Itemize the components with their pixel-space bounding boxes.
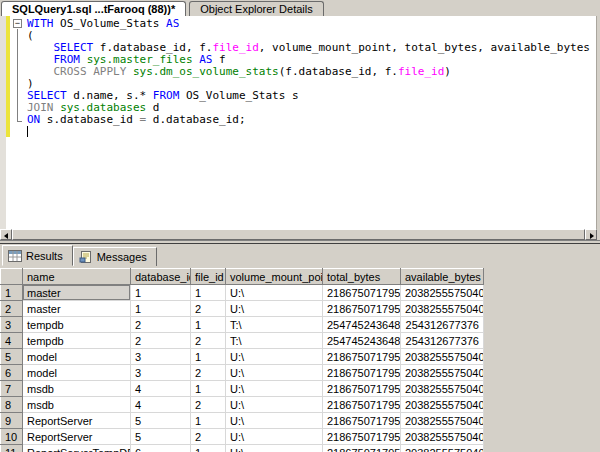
grid-cell[interactable]: 2186750717952 — [323, 349, 401, 365]
grid-cell[interactable]: tempdb — [23, 333, 131, 349]
grid-cell[interactable]: 2 — [191, 429, 226, 445]
grid-cell[interactable]: 2186750717952 — [323, 365, 401, 381]
grid-cell[interactable]: 1 — [191, 349, 226, 365]
column-header-volume_mount_point[interactable]: volume_mount_point — [226, 269, 323, 285]
grid-cell[interactable]: U:\ — [226, 301, 323, 317]
grid-cell[interactable]: 2038255575040 — [401, 349, 484, 365]
grid-cell[interactable]: tempdb — [23, 317, 131, 333]
row-header[interactable]: 9 — [1, 413, 23, 429]
grid-cell[interactable]: U:\ — [226, 445, 323, 452]
grid-cell[interactable]: ReportServer — [23, 413, 131, 429]
row-header[interactable]: 1 — [1, 285, 23, 301]
grid-cell[interactable]: 2038255575040 — [401, 285, 484, 301]
grid-cell[interactable]: 2038255575040 — [401, 429, 484, 445]
grid-cell[interactable]: 254745243648 — [323, 317, 401, 333]
sql-code[interactable]: −WITH OS_Volume_Stats AS( SELECT f.datab… — [10, 18, 596, 138]
column-header-available_bytes[interactable]: available_bytes — [401, 269, 484, 285]
tab-results[interactable]: Results — [2, 245, 73, 266]
grid-cell[interactable]: 2 — [131, 317, 191, 333]
grid-cell[interactable]: U:\ — [226, 285, 323, 301]
grid-cell[interactable]: 2038255575040 — [401, 365, 484, 381]
grid-cell[interactable]: master — [23, 285, 131, 301]
row-header[interactable]: 7 — [1, 381, 23, 397]
code-line[interactable]: ON s.database_id = d.database_id; — [10, 114, 596, 126]
grid-cell[interactable]: 254312677376 — [401, 317, 484, 333]
grid-cell[interactable]: 2 — [191, 333, 226, 349]
grid-cell[interactable]: 4 — [131, 381, 191, 397]
grid-cell[interactable]: 1 — [191, 381, 226, 397]
scrollbar-thumb[interactable] — [12, 229, 585, 240]
grid-cell[interactable]: 1 — [191, 445, 226, 452]
grid-cell[interactable]: 2038255575040 — [401, 397, 484, 413]
scroll-left-button[interactable] — [0, 229, 12, 240]
tab-sqlquery1[interactable]: SQLQuery1.sql ...tFarooq (88))* — [1, 1, 186, 16]
tab-object-explorer-details[interactable]: Object Explorer Details — [189, 1, 324, 16]
column-header-total_bytes[interactable]: total_bytes — [323, 269, 401, 285]
grid-cell[interactable]: 1 — [191, 285, 226, 301]
grid-cell[interactable]: 2 — [191, 397, 226, 413]
row-header[interactable]: 6 — [1, 365, 23, 381]
column-header-file_id[interactable]: file_id — [191, 269, 226, 285]
results-grid[interactable]: namedatabase_idfile_idvolume_mount_point… — [0, 268, 484, 452]
row-header[interactable]: 2 — [1, 301, 23, 317]
grid-cell[interactable]: 1 — [191, 317, 226, 333]
grid-cell[interactable]: U:\ — [226, 397, 323, 413]
code-line[interactable]: −WITH OS_Volume_Stats AS — [10, 18, 596, 30]
grid-cell[interactable]: 2 — [191, 365, 226, 381]
row-header[interactable]: 8 — [1, 397, 23, 413]
row-header[interactable]: 11 — [1, 445, 23, 452]
grid-cell[interactable]: U:\ — [226, 413, 323, 429]
scroll-right-button[interactable] — [585, 229, 597, 240]
grid-cell[interactable]: 5 — [131, 429, 191, 445]
grid-cell[interactable]: ReportServerTempDB — [23, 445, 131, 452]
grid-cell[interactable]: 5 — [131, 413, 191, 429]
grid-cell[interactable]: 254312677376 — [401, 333, 484, 349]
row-header[interactable]: 4 — [1, 333, 23, 349]
grid-cell[interactable]: 2038255575040 — [401, 381, 484, 397]
row-header[interactable]: 5 — [1, 349, 23, 365]
grid-cell[interactable]: 6 — [131, 445, 191, 452]
column-header-database_id[interactable]: database_id — [131, 269, 191, 285]
code-line[interactable]: CROSS APPLY sys.dm_os_volume_stats(f.dat… — [10, 66, 596, 78]
row-header[interactable]: 10 — [1, 429, 23, 445]
grid-cell[interactable]: U:\ — [226, 381, 323, 397]
grid-cell[interactable]: 2038255575040 — [401, 301, 484, 317]
grid-cell[interactable]: 2186750717952 — [323, 445, 401, 452]
grid-cell[interactable]: ReportServer — [23, 429, 131, 445]
corner-header[interactable] — [1, 269, 23, 285]
grid-cell[interactable]: U:\ — [226, 349, 323, 365]
grid-cell[interactable]: 1 — [191, 413, 226, 429]
grid-cell[interactable]: 4 — [131, 397, 191, 413]
fold-collapse-icon[interactable]: − — [13, 19, 22, 28]
grid-cell[interactable]: 2186750717952 — [323, 397, 401, 413]
grid-cell[interactable]: T:\ — [226, 333, 323, 349]
grid-cell[interactable]: 2186750717952 — [323, 381, 401, 397]
grid-cell[interactable]: 2186750717952 — [323, 413, 401, 429]
grid-cell[interactable]: 2 — [191, 301, 226, 317]
grid-cell[interactable]: model — [23, 365, 131, 381]
grid-cell[interactable]: U:\ — [226, 365, 323, 381]
grid-cell[interactable]: msdb — [23, 397, 131, 413]
grid-cell[interactable]: 1 — [131, 301, 191, 317]
grid-cell[interactable]: 3 — [131, 349, 191, 365]
sql-editor[interactable]: −WITH OS_Volume_Stats AS( SELECT f.datab… — [0, 16, 597, 229]
grid-cell[interactable]: 254745243648 — [323, 333, 401, 349]
code-line[interactable] — [10, 126, 596, 138]
grid-cell[interactable]: T:\ — [226, 317, 323, 333]
grid-cell[interactable]: 3 — [131, 365, 191, 381]
grid-cell[interactable]: master — [23, 301, 131, 317]
tab-messages[interactable]: Messages — [73, 247, 157, 266]
grid-cell[interactable]: 2186750717952 — [323, 285, 401, 301]
grid-cell[interactable]: 1 — [131, 285, 191, 301]
editor-horizontal-scrollbar[interactable] — [0, 229, 597, 240]
grid-cell[interactable]: 2038255575040 — [401, 413, 484, 429]
grid-cell[interactable]: 2186750717952 — [323, 429, 401, 445]
grid-cell[interactable]: model — [23, 349, 131, 365]
grid-cell[interactable]: msdb — [23, 381, 131, 397]
grid-cell[interactable]: U:\ — [226, 429, 323, 445]
row-header[interactable]: 3 — [1, 317, 23, 333]
grid-cell[interactable]: 2038255575040 — [401, 445, 484, 452]
column-header-name[interactable]: name — [23, 269, 131, 285]
grid-cell[interactable]: 2 — [131, 333, 191, 349]
grid-cell[interactable]: 2186750717952 — [323, 301, 401, 317]
